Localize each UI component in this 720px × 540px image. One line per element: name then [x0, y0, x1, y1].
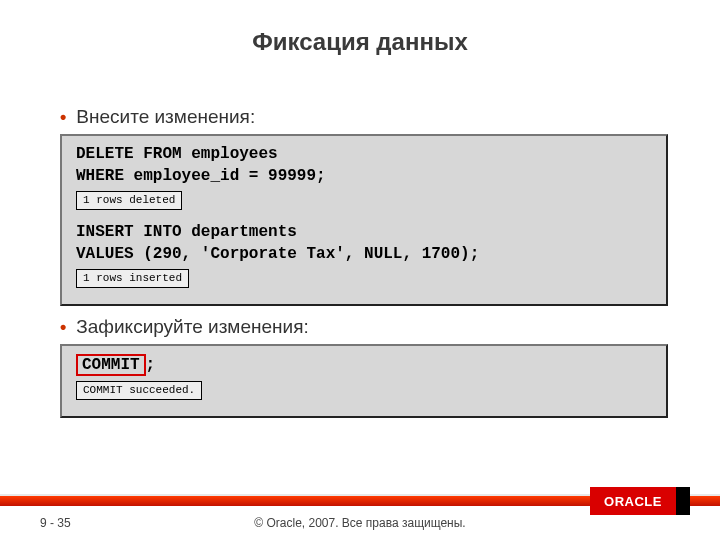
bullet-text: Внесите изменения: — [76, 106, 255, 128]
code-box-1: DELETE FROM employees WHERE employee_id … — [60, 134, 668, 306]
code-line: VALUES (290, 'Corporate Tax', NULL, 1700… — [76, 244, 652, 266]
oracle-logo: ORACLE — [590, 487, 690, 515]
highlighted-keyword: COMMIT — [76, 354, 146, 376]
logo-accent — [676, 487, 690, 515]
code-box-2: COMMIT; COMMIT succeeded. — [60, 344, 668, 417]
bullet-dot-icon: • — [60, 108, 66, 126]
content-area: • Внесите изменения: DELETE FROM employe… — [0, 76, 720, 418]
result-badge: 1 rows inserted — [76, 269, 189, 288]
bullet-make-changes: • Внесите изменения: — [60, 106, 668, 128]
code-line: WHERE employee_id = 99999; — [76, 166, 652, 188]
bullet-text: Зафиксируйте изменения: — [76, 316, 308, 338]
slide: Фиксация данных • Внесите изменения: DEL… — [0, 0, 720, 540]
code-line: INSERT INTO departments — [76, 222, 652, 244]
code-line: DELETE FROM employees — [76, 144, 652, 166]
bullet-commit-changes: • Зафиксируйте изменения: — [60, 316, 668, 338]
code-text: ; — [146, 356, 156, 374]
copyright-text: © Oracle, 2007. Все права защищены. — [0, 516, 720, 530]
result-badge: 1 rows deleted — [76, 191, 182, 210]
code-line-commit: COMMIT; — [76, 354, 652, 377]
result-badge: COMMIT succeeded. — [76, 381, 202, 400]
logo-text: ORACLE — [590, 487, 676, 515]
bullet-dot-icon: • — [60, 318, 66, 336]
page-title: Фиксация данных — [0, 0, 720, 76]
